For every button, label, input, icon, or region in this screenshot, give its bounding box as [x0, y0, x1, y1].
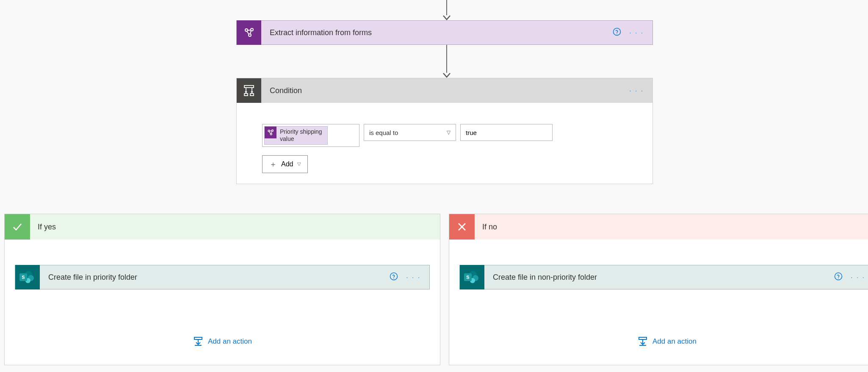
add-action-button[interactable]: Add an action — [449, 336, 868, 347]
plus-icon: ＋ — [269, 159, 277, 169]
sharepoint-icon: S — [460, 265, 484, 289]
more-menu-icon[interactable]: · · · — [630, 87, 644, 94]
svg-rect-16 — [194, 337, 202, 339]
svg-rect-22 — [639, 337, 647, 339]
check-icon — [5, 214, 30, 240]
connector-arrow — [443, 45, 451, 78]
svg-rect-5 — [244, 85, 254, 88]
condition-title: Condition — [270, 86, 630, 95]
condition-card: Condition · · · Priority shipping value — [236, 78, 653, 184]
if-no-header[interactable]: If no — [449, 214, 868, 240]
condition-header[interactable]: Condition · · · — [237, 78, 652, 103]
help-icon[interactable] — [390, 272, 398, 283]
more-menu-icon[interactable]: · · · — [851, 274, 865, 281]
if-no-branch: If no S Create file in non-priority fold… — [449, 214, 868, 365]
svg-point-4 — [616, 33, 617, 34]
ai-builder-icon — [265, 127, 276, 138]
svg-point-3 — [613, 28, 620, 35]
token-label: Priority shipping value — [276, 127, 327, 144]
add-action-label: Add an action — [208, 337, 252, 346]
condition-value-input[interactable] — [460, 124, 553, 141]
more-menu-icon[interactable]: · · · — [630, 29, 644, 36]
add-action-button[interactable]: Add an action — [5, 336, 440, 347]
add-label: Add — [281, 160, 293, 168]
if-yes-branch: If yes S Create file in priority folder … — [4, 214, 440, 365]
more-menu-icon[interactable]: · · · — [406, 274, 421, 281]
if-yes-title: If yes — [38, 223, 56, 231]
svg-point-20 — [835, 273, 842, 280]
ai-builder-icon — [237, 20, 261, 45]
add-condition-button[interactable]: ＋ Add ▽ — [262, 155, 308, 173]
condition-row: Priority shipping value is equal to ▽ — [262, 124, 627, 147]
action-title: Create file in non-priority folder — [493, 273, 834, 282]
if-yes-header[interactable]: If yes — [5, 214, 440, 240]
help-icon[interactable] — [613, 28, 621, 38]
svg-rect-6 — [244, 94, 248, 96]
connector-arrow — [443, 0, 451, 20]
extract-action-card[interactable]: Extract information from forms · · · — [236, 20, 653, 45]
svg-rect-7 — [250, 94, 254, 96]
action-title: Create file in priority folder — [48, 273, 390, 282]
help-icon[interactable] — [834, 272, 843, 283]
extract-title: Extract information from forms — [270, 28, 613, 37]
operator-label: is equal to — [369, 129, 398, 136]
create-file-priority-card[interactable]: S Create file in priority folder · · · — [15, 265, 430, 289]
dynamic-content-token[interactable]: Priority shipping value — [264, 126, 328, 145]
svg-point-14 — [390, 273, 397, 280]
chevron-down-icon: ▽ — [447, 130, 451, 135]
condition-left-operand[interactable]: Priority shipping value — [262, 124, 359, 147]
svg-point-21 — [838, 278, 839, 279]
condition-operator-dropdown[interactable]: is equal to ▽ — [364, 124, 456, 141]
if-no-title: If no — [482, 223, 497, 231]
sharepoint-icon: S — [15, 265, 40, 289]
create-file-nonpriority-card[interactable]: S Create file in non-priority folder · ·… — [459, 265, 868, 289]
close-icon — [449, 214, 475, 240]
condition-icon — [237, 78, 261, 103]
svg-point-15 — [393, 278, 394, 279]
add-action-label: Add an action — [652, 337, 697, 346]
chevron-down-icon: ▽ — [297, 161, 301, 167]
